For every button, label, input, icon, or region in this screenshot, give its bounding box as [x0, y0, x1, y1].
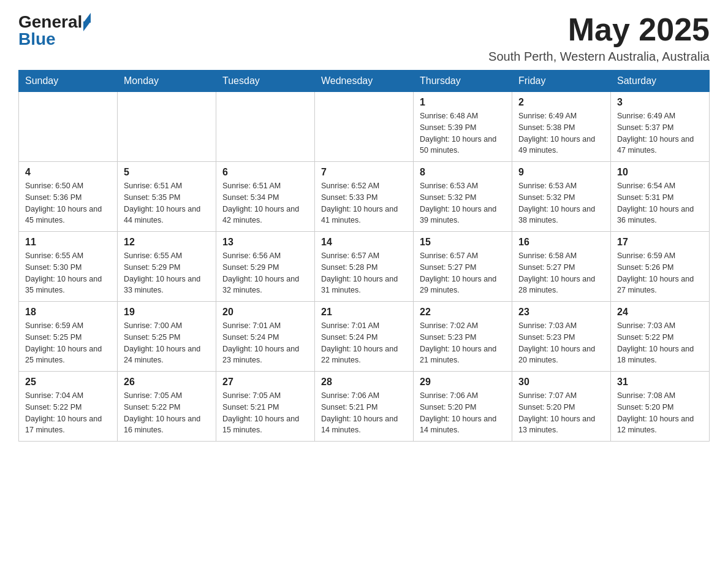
day-info: Sunrise: 7:01 AMSunset: 5:24 PMDaylight:… — [321, 320, 407, 366]
calendar-cell: 10Sunrise: 6:54 AMSunset: 5:31 PMDayligh… — [611, 162, 710, 232]
column-header-thursday: Thursday — [414, 71, 512, 92]
day-info: Sunrise: 7:05 AMSunset: 5:21 PMDaylight:… — [222, 390, 308, 436]
day-number: 17 — [617, 237, 703, 248]
calendar-cell: 17Sunrise: 6:59 AMSunset: 5:26 PMDayligh… — [611, 232, 710, 302]
location-subtitle: South Perth, Western Australia, Australi… — [488, 50, 710, 64]
day-info: Sunrise: 7:06 AMSunset: 5:20 PMDaylight:… — [420, 390, 506, 436]
day-info: Sunrise: 6:59 AMSunset: 5:26 PMDaylight:… — [617, 250, 703, 296]
calendar-cell: 12Sunrise: 6:55 AMSunset: 5:29 PMDayligh… — [118, 232, 216, 302]
day-number: 25 — [25, 377, 111, 388]
calendar-cell: 9Sunrise: 6:53 AMSunset: 5:32 PMDaylight… — [512, 162, 611, 232]
calendar-cell: 5Sunrise: 6:51 AMSunset: 5:35 PMDaylight… — [118, 162, 216, 232]
calendar-week-row: 1Sunrise: 6:48 AMSunset: 5:39 PMDaylight… — [19, 92, 710, 162]
day-info: Sunrise: 7:04 AMSunset: 5:22 PMDaylight:… — [25, 390, 111, 436]
day-info: Sunrise: 6:55 AMSunset: 5:29 PMDaylight:… — [124, 250, 210, 296]
calendar-table: SundayMondayTuesdayWednesdayThursdayFrid… — [18, 70, 710, 442]
calendar-cell: 4Sunrise: 6:50 AMSunset: 5:36 PMDaylight… — [19, 162, 118, 232]
calendar-cell — [19, 92, 118, 162]
day-number: 14 — [321, 237, 407, 248]
day-number: 30 — [518, 377, 604, 388]
day-number: 18 — [25, 307, 111, 318]
day-number: 5 — [124, 167, 210, 178]
day-info: Sunrise: 6:57 AMSunset: 5:27 PMDaylight:… — [420, 250, 506, 296]
day-number: 15 — [420, 237, 506, 248]
calendar-header-row: SundayMondayTuesdayWednesdayThursdayFrid… — [19, 71, 710, 92]
day-number: 28 — [321, 377, 407, 388]
calendar-cell — [118, 92, 216, 162]
day-info: Sunrise: 7:02 AMSunset: 5:23 PMDaylight:… — [420, 320, 506, 366]
calendar-cell: 20Sunrise: 7:01 AMSunset: 5:24 PMDayligh… — [216, 302, 315, 372]
day-number: 9 — [518, 167, 604, 178]
day-number: 26 — [124, 377, 210, 388]
day-info: Sunrise: 6:57 AMSunset: 5:28 PMDaylight:… — [321, 250, 407, 296]
day-number: 10 — [617, 167, 703, 178]
day-info: Sunrise: 6:51 AMSunset: 5:35 PMDaylight:… — [124, 180, 210, 226]
day-info: Sunrise: 6:50 AMSunset: 5:36 PMDaylight:… — [25, 180, 111, 226]
day-number: 2 — [518, 97, 604, 108]
calendar-week-row: 25Sunrise: 7:04 AMSunset: 5:22 PMDayligh… — [19, 372, 710, 442]
day-number: 24 — [617, 307, 703, 318]
calendar-week-row: 4Sunrise: 6:50 AMSunset: 5:36 PMDaylight… — [19, 162, 710, 232]
day-info: Sunrise: 7:03 AMSunset: 5:23 PMDaylight:… — [518, 320, 604, 366]
calendar-cell: 28Sunrise: 7:06 AMSunset: 5:21 PMDayligh… — [315, 372, 414, 442]
calendar-cell: 8Sunrise: 6:53 AMSunset: 5:32 PMDaylight… — [414, 162, 512, 232]
calendar-cell: 14Sunrise: 6:57 AMSunset: 5:28 PMDayligh… — [315, 232, 414, 302]
logo-blue-text: Blue — [18, 29, 56, 49]
day-number: 31 — [617, 377, 703, 388]
day-info: Sunrise: 7:07 AMSunset: 5:20 PMDaylight:… — [518, 390, 604, 436]
calendar-week-row: 11Sunrise: 6:55 AMSunset: 5:30 PMDayligh… — [19, 232, 710, 302]
day-info: Sunrise: 7:00 AMSunset: 5:25 PMDaylight:… — [124, 320, 210, 366]
calendar-cell: 22Sunrise: 7:02 AMSunset: 5:23 PMDayligh… — [414, 302, 512, 372]
calendar-cell: 23Sunrise: 7:03 AMSunset: 5:23 PMDayligh… — [512, 302, 611, 372]
column-header-friday: Friday — [512, 71, 611, 92]
calendar-cell: 18Sunrise: 6:59 AMSunset: 5:25 PMDayligh… — [19, 302, 118, 372]
day-number: 11 — [25, 237, 111, 248]
day-number: 12 — [124, 237, 210, 248]
calendar-cell: 16Sunrise: 6:58 AMSunset: 5:27 PMDayligh… — [512, 232, 611, 302]
day-number: 1 — [420, 97, 506, 108]
column-header-tuesday: Tuesday — [216, 71, 315, 92]
day-number: 16 — [518, 237, 604, 248]
day-info: Sunrise: 7:06 AMSunset: 5:21 PMDaylight:… — [321, 390, 407, 436]
day-info: Sunrise: 7:05 AMSunset: 5:22 PMDaylight:… — [124, 390, 210, 436]
calendar-cell: 19Sunrise: 7:00 AMSunset: 5:25 PMDayligh… — [118, 302, 216, 372]
calendar-cell: 2Sunrise: 6:49 AMSunset: 5:38 PMDaylight… — [512, 92, 611, 162]
day-number: 27 — [222, 377, 308, 388]
logo: General Blue — [18, 12, 91, 49]
calendar-cell: 27Sunrise: 7:05 AMSunset: 5:21 PMDayligh… — [216, 372, 315, 442]
day-info: Sunrise: 6:51 AMSunset: 5:34 PMDaylight:… — [222, 180, 308, 226]
calendar-cell — [216, 92, 315, 162]
title-section: May 2025 South Perth, Western Australia,… — [488, 12, 710, 64]
calendar-cell: 30Sunrise: 7:07 AMSunset: 5:20 PMDayligh… — [512, 372, 611, 442]
calendar-cell: 15Sunrise: 6:57 AMSunset: 5:27 PMDayligh… — [414, 232, 512, 302]
calendar-cell: 24Sunrise: 7:03 AMSunset: 5:22 PMDayligh… — [611, 302, 710, 372]
calendar-cell: 13Sunrise: 6:56 AMSunset: 5:29 PMDayligh… — [216, 232, 315, 302]
day-info: Sunrise: 7:01 AMSunset: 5:24 PMDaylight:… — [222, 320, 308, 366]
day-info: Sunrise: 6:53 AMSunset: 5:32 PMDaylight:… — [420, 180, 506, 226]
calendar-week-row: 18Sunrise: 6:59 AMSunset: 5:25 PMDayligh… — [19, 302, 710, 372]
day-info: Sunrise: 6:53 AMSunset: 5:32 PMDaylight:… — [518, 180, 604, 226]
calendar-cell: 26Sunrise: 7:05 AMSunset: 5:22 PMDayligh… — [118, 372, 216, 442]
column-header-sunday: Sunday — [19, 71, 118, 92]
day-number: 3 — [617, 97, 703, 108]
day-info: Sunrise: 7:03 AMSunset: 5:22 PMDaylight:… — [617, 320, 703, 366]
day-info: Sunrise: 6:49 AMSunset: 5:38 PMDaylight:… — [518, 110, 604, 156]
day-number: 8 — [420, 167, 506, 178]
day-number: 6 — [222, 167, 308, 178]
day-info: Sunrise: 6:59 AMSunset: 5:25 PMDaylight:… — [25, 320, 111, 366]
day-number: 13 — [222, 237, 308, 248]
calendar-cell: 29Sunrise: 7:06 AMSunset: 5:20 PMDayligh… — [414, 372, 512, 442]
day-number: 22 — [420, 307, 506, 318]
day-number: 20 — [222, 307, 308, 318]
calendar-cell: 3Sunrise: 6:49 AMSunset: 5:37 PMDaylight… — [611, 92, 710, 162]
calendar-cell — [315, 92, 414, 162]
day-number: 7 — [321, 167, 407, 178]
day-info: Sunrise: 6:58 AMSunset: 5:27 PMDaylight:… — [518, 250, 604, 296]
calendar-cell: 7Sunrise: 6:52 AMSunset: 5:33 PMDaylight… — [315, 162, 414, 232]
day-number: 19 — [124, 307, 210, 318]
day-info: Sunrise: 6:52 AMSunset: 5:33 PMDaylight:… — [321, 180, 407, 226]
calendar-cell: 6Sunrise: 6:51 AMSunset: 5:34 PMDaylight… — [216, 162, 315, 232]
column-header-monday: Monday — [118, 71, 216, 92]
column-header-saturday: Saturday — [611, 71, 710, 92]
column-header-wednesday: Wednesday — [315, 71, 414, 92]
